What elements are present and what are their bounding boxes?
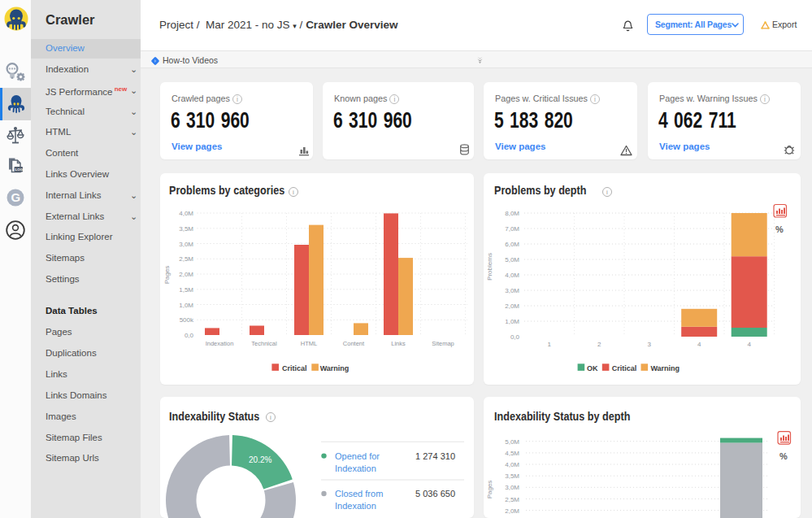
svg-text:%: % [779, 451, 788, 461]
svg-text:5 036 650: 5 036 650 [415, 489, 455, 498]
svg-text:OK: OK [587, 364, 598, 372]
svg-text:5,0M: 5,0M [505, 438, 519, 446]
svg-text:2,5M: 2,5M [505, 496, 519, 503]
svg-text:3,0M: 3,0M [505, 287, 519, 294]
svg-text:1,0M: 1,0M [179, 302, 193, 309]
svg-text:Opened for: Opened for [335, 451, 380, 461]
svg-text:3,5M: 3,5M [505, 472, 519, 480]
svg-text:3,0M: 3,0M [505, 484, 519, 491]
svg-text:Closed from: Closed from [335, 489, 383, 498]
svg-text:2,0M: 2,0M [505, 507, 519, 515]
svg-text:Sitemap: Sitemap [432, 340, 454, 347]
svg-text:Problems: Problems [486, 253, 493, 281]
svg-text:Critical: Critical [612, 364, 637, 372]
svg-text:Links: Links [391, 340, 406, 347]
svg-text:Content: Content [343, 340, 365, 347]
svg-text:Technical: Technical [251, 340, 277, 347]
svg-text:4,5M: 4,5M [505, 450, 519, 457]
svg-text:Indexation: Indexation [335, 464, 376, 473]
svg-text:4,0M: 4,0M [179, 210, 193, 217]
svg-text:500k: 500k [180, 316, 194, 324]
svg-text:20.2%: 20.2% [249, 455, 271, 464]
svg-text:1: 1 [547, 341, 551, 348]
svg-text:4,0M: 4,0M [505, 272, 519, 279]
svg-text:7,0M: 7,0M [505, 225, 519, 233]
svg-text:%: % [775, 224, 784, 234]
svg-text:Warning: Warning [320, 364, 350, 372]
svg-text:2,0M: 2,0M [179, 271, 193, 278]
svg-text:Critical: Critical [282, 364, 307, 372]
svg-text:Indexation: Indexation [335, 501, 376, 511]
svg-text:1,0M: 1,0M [505, 318, 519, 325]
svg-text:6,0M: 6,0M [505, 241, 519, 248]
svg-text:4,0M: 4,0M [505, 461, 519, 468]
svg-text:5,0M: 5,0M [505, 256, 519, 263]
svg-text:Indexation: Indexation [206, 340, 234, 347]
svg-text:4: 4 [697, 341, 701, 348]
svg-text:2: 2 [597, 341, 601, 348]
svg-text:4: 4 [747, 341, 751, 348]
svg-text:Warning: Warning [650, 364, 680, 372]
svg-text:1 274 310: 1 274 310 [415, 451, 455, 461]
svg-text:Pages: Pages [486, 481, 493, 499]
svg-text:3,5M: 3,5M [179, 225, 193, 233]
svg-text:1,5M: 1,5M [179, 286, 193, 294]
svg-text:LOG: LOG [15, 168, 24, 172]
svg-text:0,0: 0,0 [185, 332, 194, 339]
svg-text:HTML: HTML [301, 340, 317, 347]
svg-text:0,0: 0,0 [510, 333, 520, 341]
svg-text:3: 3 [647, 341, 651, 348]
svg-text:Pages: Pages [163, 266, 171, 285]
svg-text:3,0M: 3,0M [179, 241, 193, 248]
svg-text:2,5M: 2,5M [179, 255, 193, 263]
svg-text:G: G [11, 190, 21, 204]
svg-text:2,0M: 2,0M [505, 303, 519, 310]
svg-text:8,0M: 8,0M [505, 210, 519, 217]
